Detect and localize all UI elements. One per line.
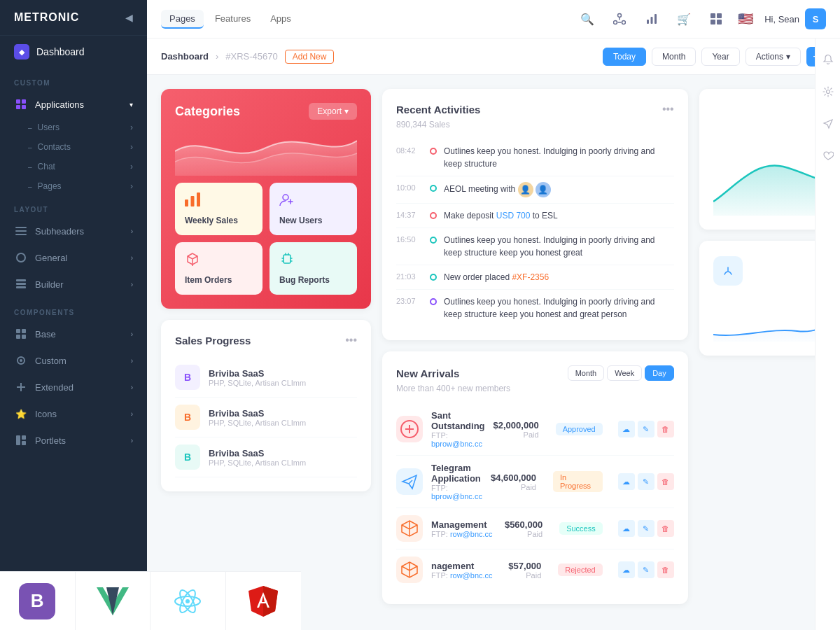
portlets-label: Portlets (35, 435, 66, 446)
user-name: Hi, Sean (764, 14, 799, 24)
sub-dash-contacts: – (28, 144, 32, 151)
custom-arrow: › (131, 357, 133, 365)
na-actions-3: ☁ ✎ 🗑 (618, 561, 674, 578)
react-logo (150, 572, 226, 631)
top-nav: Pages Features Apps 🔍 🛒 🇺🇸 Hi, Sean S (147, 0, 840, 38)
bug-reports-label: Bug Reports (279, 275, 330, 285)
na-item-3: nagement FTP: row@bnc.cc $57,000 Paid Re… (396, 550, 674, 590)
sidebar-item-builder[interactable]: Builder › (0, 271, 147, 298)
collapse-icon[interactable]: ◀ (125, 12, 133, 23)
svg-point-7 (17, 253, 25, 262)
na-cloud-btn-1[interactable]: ☁ (618, 473, 635, 490)
mid-column: Recent Activities ••• 890,344 Sales 08:4… (382, 89, 688, 616)
rs-send-icon[interactable] (818, 114, 838, 134)
subheader-actions: Today Month Year Actions ▾ + (603, 47, 826, 66)
na-cloud-btn-0[interactable]: ☁ (618, 421, 635, 438)
components-section-label: COMPONENTS (0, 298, 147, 321)
sidebar-item-icons[interactable]: ⭐ Icons › (0, 400, 147, 427)
sidebar-item-general[interactable]: General › (0, 244, 147, 271)
grid-icon[interactable] (706, 8, 727, 29)
sidebar-item-users[interactable]: – Users › (0, 118, 147, 137)
activity-dot-3 (430, 237, 437, 244)
content-area: Categories Export ▾ (147, 75, 840, 630)
rs-gear-icon[interactable] (818, 82, 838, 102)
activity-text-0: Outlines keep you honest. Indulging in p… (444, 145, 674, 170)
sub-dash-pages: – (28, 183, 32, 190)
sidebar-item-applications[interactable]: Applications ▾ (0, 91, 147, 118)
breadcrumb-title: Dashboard (161, 51, 209, 62)
svg-point-43 (186, 599, 190, 603)
user-avatar[interactable]: S (805, 8, 826, 29)
na-edit-btn-3[interactable]: ✎ (638, 561, 654, 578)
activity-text-5: Outlines keep you honest. Indulging in p… (444, 295, 674, 321)
cat-bug-reports[interactable]: Bug Reports (270, 242, 357, 295)
nav-link-pages[interactable]: Pages (161, 10, 204, 29)
builder-label: Builder (35, 279, 63, 290)
cat-item-orders[interactable]: Item Orders (175, 242, 262, 295)
icons-icon: ⭐ (14, 407, 28, 421)
na-edit-btn-0[interactable]: ✎ (638, 421, 654, 438)
add-new-button[interactable]: Add New (285, 50, 335, 64)
custom-label: Custom (35, 356, 66, 366)
svg-rect-5 (15, 230, 27, 232)
sidebar-item-contacts[interactable]: – Contacts › (0, 137, 147, 157)
chat-chevron: › (130, 162, 133, 172)
svg-rect-6 (15, 234, 27, 235)
item-orders-icon (185, 252, 200, 270)
sidebar: METRONIC ◀ ◆ Dashboard CUSTOM Applicatio… (0, 0, 147, 630)
activities-title: Recent Activities (396, 104, 480, 115)
na-tab-month[interactable]: Month (568, 365, 605, 381)
na-del-btn-2[interactable]: 🗑 (657, 520, 674, 537)
rs-heart-icon[interactable] (818, 146, 838, 166)
na-tab-day[interactable]: Day (645, 365, 674, 381)
nav-link-apps[interactable]: Apps (262, 10, 300, 29)
sidebar-item-subheaders[interactable]: Subheaders › (0, 218, 147, 244)
sidebar-item-custom[interactable]: Custom › (0, 347, 147, 374)
sidebar-item-base[interactable]: Base › (0, 321, 147, 347)
chart-icon[interactable] (641, 8, 662, 29)
na-ftp-1: FTP: bprow@bnc.cc (431, 484, 482, 500)
sidebar-item-portlets[interactable]: Portlets › (0, 427, 147, 454)
flag-icon: 🇺🇸 (738, 11, 753, 27)
cart-icon[interactable]: 🛒 (673, 8, 694, 29)
nav-link-features[interactable]: Features (206, 10, 259, 29)
layout-section-label: LAYOUT (0, 196, 147, 218)
activities-menu-icon[interactable]: ••• (662, 103, 674, 115)
na-edit-btn-2[interactable]: ✎ (638, 520, 654, 537)
na-del-btn-0[interactable]: 🗑 (657, 421, 674, 438)
sp-menu-icon[interactable]: ••• (345, 334, 357, 346)
activity-time-5: 23:07 (396, 295, 423, 305)
item-orders-label: Item Orders (185, 275, 232, 285)
network-icon[interactable] (609, 8, 630, 29)
na-badge-2: Success (559, 522, 603, 535)
na-cloud-btn-3[interactable]: ☁ (618, 561, 635, 578)
svg-rect-18 (22, 435, 26, 440)
search-icon[interactable]: 🔍 (577, 8, 598, 29)
na-cloud-btn-2[interactable]: ☁ (618, 520, 635, 537)
na-del-btn-3[interactable]: 🗑 (657, 561, 674, 578)
na-edit-btn-1[interactable]: ✎ (638, 473, 654, 490)
svg-rect-17 (16, 435, 20, 445)
period-today-button[interactable]: Today (603, 48, 646, 66)
angular-logo (226, 572, 302, 631)
weekly-sales-icon (185, 192, 200, 210)
sidebar-dashboard-item[interactable]: ◆ Dashboard (0, 36, 147, 68)
period-month-button[interactable]: Month (652, 48, 696, 66)
sp-info-0: Briviba SaaS PHP, SQLite, Artisan CLImm (209, 368, 357, 387)
users-label: Users (38, 122, 59, 132)
cat-new-users[interactable]: New Users (270, 183, 357, 235)
na-actions-2: ☁ ✎ 🗑 (618, 520, 674, 537)
na-del-btn-1[interactable]: 🗑 (657, 473, 674, 490)
sidebar-item-extended[interactable]: Extended › (0, 374, 147, 400)
period-year-button[interactable]: Year (701, 48, 739, 66)
export-button[interactable]: Export ▾ (309, 103, 357, 120)
sidebar-item-pages[interactable]: – Pages › (0, 176, 147, 196)
na-tab-week[interactable]: Week (607, 365, 642, 381)
svg-point-22 (622, 21, 626, 24)
subheader: Dashboard › #XRS-45670 Add New Today Mon… (147, 38, 840, 75)
activity-time-2: 14:37 (396, 209, 423, 219)
sidebar-item-chat[interactable]: – Chat › (0, 157, 147, 176)
new-users-label: New Users (279, 216, 322, 225)
cat-weekly-sales[interactable]: Weekly Sales (175, 183, 262, 235)
actions-button[interactable]: Actions ▾ (746, 48, 801, 66)
